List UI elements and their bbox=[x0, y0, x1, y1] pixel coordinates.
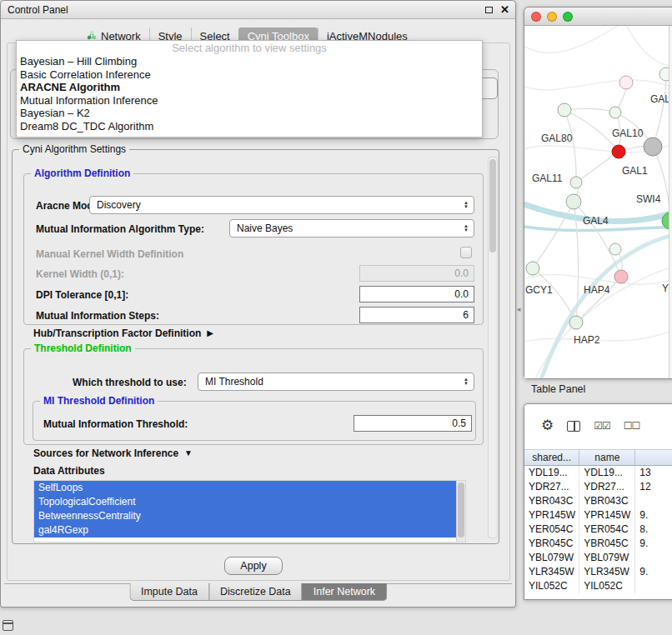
node-label-gal1: GAL1 bbox=[622, 165, 648, 177]
network-node[interactable] bbox=[609, 107, 621, 118]
data-attributes-list[interactable]: SelfLoopsTopologicalCoefficientBetweenne… bbox=[33, 480, 466, 542]
minimized-panel-icon[interactable] bbox=[3, 620, 13, 631]
bottom-tab-bar: Impute DataDiscretize DataInfer Network bbox=[129, 583, 387, 601]
network-node[interactable] bbox=[566, 194, 581, 209]
algorithm-option-bayesian-k2[interactable]: Bayesian – K2 bbox=[17, 107, 482, 120]
attribute-item-topologicalcoefficient[interactable]: TopologicalCoefficient bbox=[34, 495, 456, 509]
table-cell: YLR345W bbox=[579, 565, 635, 579]
combo-arrows-icon: ▲▼ bbox=[464, 201, 469, 209]
network-edge[interactable] bbox=[576, 152, 619, 182]
algorithm-option-basic-correlation-inference[interactable]: Basic Correlation Inference bbox=[17, 68, 482, 82]
network-vertical-scrollbar[interactable]: ▲ bbox=[669, 26, 672, 378]
network-node[interactable] bbox=[558, 103, 571, 117]
mi-type-combobox[interactable]: Naive Bayes ▲▼ bbox=[229, 219, 474, 238]
mi-threshold-title: MI Threshold Definition bbox=[40, 395, 158, 407]
network-edge-decor bbox=[624, 26, 670, 66]
algorithm-option-mutual-information-inference[interactable]: Mutual Information Inference bbox=[17, 94, 482, 108]
mi-threshold-field[interactable]: 0.5 bbox=[354, 415, 472, 432]
table-cell: 13 bbox=[635, 466, 672, 480]
float-window-icon[interactable] bbox=[485, 7, 493, 13]
mi-threshold-group: MI Threshold Definition Mutual Informati… bbox=[33, 401, 476, 441]
collapse-arrow-icon[interactable]: ▼ bbox=[184, 448, 193, 458]
close-traffic-button[interactable] bbox=[531, 12, 541, 22]
zoom-traffic-button[interactable] bbox=[563, 12, 573, 22]
mi-type-label: Mutual Information Algorithm Type: bbox=[36, 223, 204, 235]
algorithm-option-aracne-algorithm[interactable]: ARACNE Algorithm bbox=[17, 81, 482, 94]
table-row[interactable]: YLR345WYLR345W9. bbox=[524, 565, 672, 579]
algorithm-option-bayesian-hill-climbing[interactable]: Bayesian – Hill Climbing bbox=[17, 55, 482, 68]
columns-icon[interactable] bbox=[567, 421, 580, 432]
attribute-item-gal4rgexp[interactable]: gal4RGexp bbox=[34, 523, 456, 538]
network-edge-decor bbox=[524, 80, 670, 92]
kernel-width-field[interactable]: 0.0 bbox=[359, 265, 474, 282]
network-canvas-container: GAL80GALGAL10GAL11GAL1SWI4GAL4GCY1HAP4YH… bbox=[524, 26, 672, 378]
dropdown-placeholder: Select algorithm to view settings bbox=[17, 41, 482, 55]
bottom-tab-infer-network[interactable]: Infer Network bbox=[302, 583, 387, 601]
network-edge[interactable] bbox=[564, 108, 615, 112]
scrollbar-thumb[interactable] bbox=[489, 159, 496, 252]
attributes-scrollbar[interactable] bbox=[456, 481, 465, 542]
table-cell: YBR043C bbox=[524, 494, 579, 508]
network-window-titlebar[interactable] bbox=[524, 8, 672, 26]
network-node[interactable] bbox=[570, 177, 582, 188]
which-threshold-label: Which threshold to use: bbox=[73, 377, 187, 388]
table-row[interactable]: YDR27...YDR27...12 bbox=[524, 480, 672, 494]
node-label-gal10: GAL10 bbox=[612, 128, 644, 139]
manual-kernel-checkbox[interactable] bbox=[460, 247, 472, 258]
table-row[interactable]: YBR043CYBR043C bbox=[524, 494, 672, 508]
network-node[interactable] bbox=[526, 262, 539, 275]
table-row[interactable]: YER054CYER054C8. bbox=[524, 522, 672, 537]
attribute-item-betweennesscentrality[interactable]: BetweennessCentrality bbox=[34, 509, 456, 523]
table-cell: YER054C bbox=[579, 522, 635, 537]
mi-steps-field[interactable]: 6 bbox=[359, 307, 474, 323]
network-node[interactable] bbox=[612, 145, 625, 158]
attributes-rows: SelfLoopsTopologicalCoefficientBetweenne… bbox=[34, 481, 456, 542]
table-row[interactable]: YBR045CYBR045C9. bbox=[524, 537, 672, 551]
scrollbar-thumb[interactable] bbox=[458, 482, 464, 538]
attribute-item-selfloops[interactable]: SelfLoops bbox=[34, 481, 456, 495]
table-row[interactable]: YPR145WYPR145W9. bbox=[524, 508, 672, 522]
column-header-shared[interactable]: shared... bbox=[524, 449, 579, 466]
which-threshold-combobox[interactable]: MI Threshold ▲▼ bbox=[198, 372, 474, 391]
splitter-grip-icon[interactable]: ◄ bbox=[515, 306, 522, 313]
column-header-name[interactable]: name bbox=[579, 449, 635, 466]
aracne-mode-combobox[interactable]: Discovery ▲▼ bbox=[89, 196, 474, 214]
dpi-tolerance-field[interactable]: 0.0 bbox=[359, 286, 474, 302]
table-row[interactable]: YBL079WYBL079W bbox=[524, 551, 672, 565]
node-label-gal11: GAL11 bbox=[532, 172, 563, 184]
close-icon[interactable]: ✕ bbox=[500, 4, 509, 15]
network-node[interactable] bbox=[609, 243, 621, 255]
minimize-traffic-button[interactable] bbox=[547, 12, 557, 22]
table-row[interactable]: YDL19...YDL19...13 bbox=[524, 466, 672, 480]
network-edge[interactable] bbox=[653, 147, 670, 221]
column-header-extra[interactable] bbox=[635, 449, 672, 466]
table-cell: YDL19... bbox=[524, 466, 579, 480]
node-label-y: Y bbox=[662, 282, 669, 294]
algorithm-definition-group: Algorithm Definition Aracne Mode: Discov… bbox=[23, 173, 484, 325]
expand-arrow-icon[interactable]: ▶ bbox=[207, 328, 213, 338]
sources-section[interactable]: Sources for Network Inference ▼ bbox=[33, 448, 193, 459]
hub-definition-section[interactable]: Hub/Transcription Factor Definition ▶ bbox=[33, 328, 213, 339]
settings-scrollbar[interactable] bbox=[488, 157, 498, 538]
select-all-columns-icon[interactable]: ☑☑ bbox=[594, 420, 610, 432]
network-node[interactable] bbox=[619, 76, 633, 89]
cyni-algorithm-settings-group: Cyni Algorithm Settings Algorithm Defini… bbox=[12, 149, 499, 544]
algorithm-dropdown-list: Select algorithm to view settings Bayesi… bbox=[16, 40, 483, 138]
bottom-tab-impute-data[interactable]: Impute Data bbox=[129, 583, 209, 601]
node-label-gal4: GAL4 bbox=[583, 215, 609, 227]
gear-icon[interactable]: ⚙ bbox=[541, 418, 554, 433]
table-row[interactable]: YIL052CYIL052C bbox=[524, 579, 672, 593]
control-panel-titlebar[interactable]: Control Panel ✕ bbox=[1, 1, 515, 19]
bottom-tab-discretize-data[interactable]: Discretize Data bbox=[208, 583, 303, 601]
deselect-all-columns-icon[interactable]: ☐☐ bbox=[624, 420, 640, 432]
mi-type-value: Naive Bayes bbox=[230, 222, 464, 234]
dpi-tolerance-label: DPI Tolerance [0,1]: bbox=[36, 289, 128, 301]
algorithm-option-dream8-dc-tdc-algorithm[interactable]: Dream8 DC_TDC Algorithm bbox=[17, 120, 482, 133]
network-node[interactable] bbox=[569, 316, 583, 329]
table-panel-window: ⚙ ☑☑ ☐☐ shared...name YDL19...YDL19...13… bbox=[524, 403, 672, 600]
apply-button[interactable]: Apply bbox=[224, 557, 283, 575]
network-node[interactable] bbox=[644, 138, 662, 156]
node-label-gcy1: GCY1 bbox=[525, 284, 553, 296]
network-canvas[interactable]: GAL80GALGAL10GAL11GAL1SWI4GAL4GCY1HAP4YH… bbox=[524, 26, 670, 378]
network-node[interactable] bbox=[614, 270, 628, 283]
